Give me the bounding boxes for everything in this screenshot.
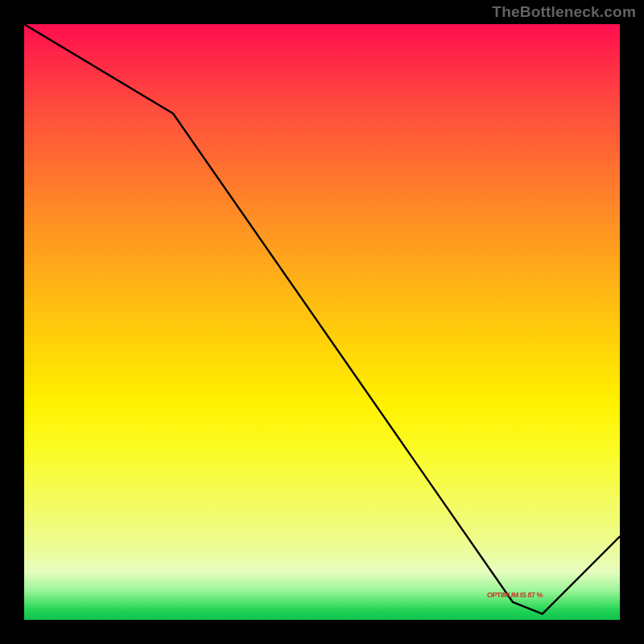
chart-stage: TheBottleneck.com OPTIMUM IS 87 % bbox=[0, 0, 644, 644]
optimum-label: OPTIMUM IS 87 % bbox=[487, 591, 543, 599]
watermark-text: TheBottleneck.com bbox=[492, 3, 636, 21]
plot-area: OPTIMUM IS 87 % bbox=[24, 24, 620, 620]
heat-gradient-background bbox=[24, 24, 620, 620]
